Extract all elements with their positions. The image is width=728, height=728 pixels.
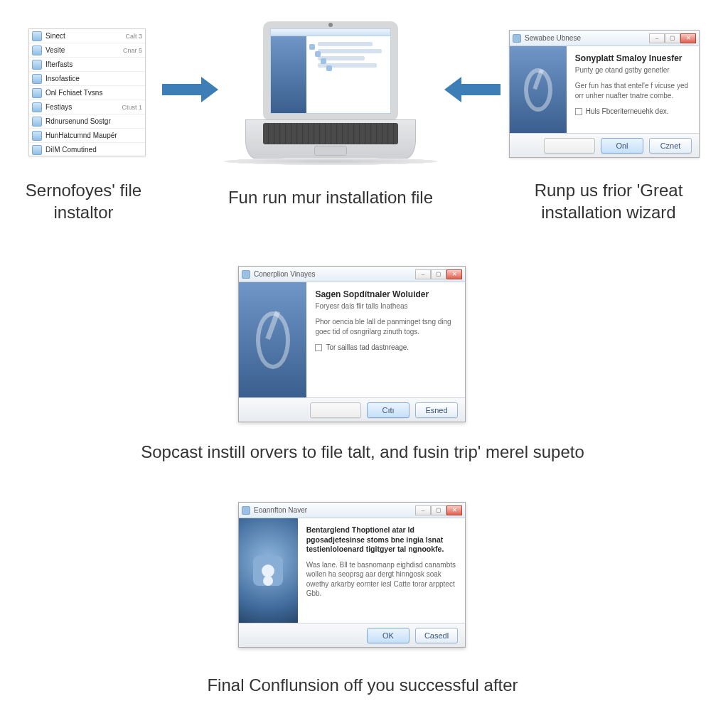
file-row[interactable]: FestiaysCtust 1 [29,100,145,114]
file-row[interactable]: Onl Fchiaet Tvsns [29,86,145,100]
wizard-sidebar [239,282,306,397]
file-list-panel: SinectCalt 3 VesiteCnar 5 Ifterfasts Ins… [28,28,146,156]
install-finish-window: Eoannfton Naver – ▢ ✕ Bentarglend Thopti… [238,502,466,648]
file-row[interactable]: VesiteCnar 5 [29,43,145,58]
window-title: Sewabee Ubnese [525,34,581,42]
wizard-subtitle: Foryesr dais flir talls Inatheas [315,302,456,310]
close-button[interactable]: ✕ [446,505,462,515]
file-name: Insofastice [46,75,139,82]
arrow-right-icon [162,77,219,102]
minimize-button[interactable]: – [415,269,431,279]
arrow-left-icon [444,77,500,102]
close-button[interactable]: ✕ [446,269,462,279]
wizard-sidebar [239,518,298,623]
wizard-sidebar [510,46,567,133]
file-icon [32,145,42,155]
install-wizard-window: Sewabee Ubnese – ▢ ✕ Sonyplatt Smaloy In… [509,30,700,158]
app-icon [242,506,250,515]
ok-button[interactable]: Cıtı [367,402,410,418]
file-row[interactable]: Rdnursenund Sostgr [29,114,145,129]
install-wizard-step-window: Conerplion Vinayes – ▢ ✕ Sagen Sopdítnal… [238,266,466,422]
file-name: Sinect [46,32,122,40]
wizard-title: Bentarglend Thoptionel atar ld pgosadjet… [306,525,456,555]
window-title: Conerplion Vinayes [254,270,316,278]
file-name: HunHatcumnd Maupér [46,132,139,139]
file-icon [32,117,42,127]
wizard-body: Ger fun has that entel'e f vicuse yed or… [575,81,690,100]
maximize-button[interactable]: ▢ [665,33,680,43]
cancel-button[interactable]: Cznet [649,138,692,154]
file-row[interactable]: Ifterfasts [29,58,145,72]
wizard-glyph-icon [256,311,290,369]
file-name: DiIM Comutined [46,146,139,154]
laptop-screen [270,28,391,114]
ok-button[interactable]: OK [367,628,410,643]
close-button[interactable]: ✕ [680,33,696,43]
panel-caption: Sernofoyes' file instaltor [0,179,167,223]
file-name: Vesite [46,46,120,54]
file-row[interactable]: Insofastice [29,72,145,86]
back-button[interactable] [310,402,361,418]
finish-caption: Final Conflunsion off you successful aft… [114,674,611,696]
file-icon [32,102,42,112]
file-icon [32,74,42,84]
file-meta: Cnar 5 [123,47,142,54]
wizard-content: Sagen Sopdítnaler Woluider Foryesr dais … [306,282,465,397]
checkbox-icon[interactable] [575,108,582,115]
minimize-button[interactable]: – [415,505,431,515]
wizard-body: Phor oencia ble lall de panminget tsng d… [315,317,456,336]
file-icon [32,88,42,98]
file-name: Onl Fchiaet Tvsns [46,89,139,97]
file-row[interactable]: DiIM Comutined [29,143,145,156]
file-meta: Calt 3 [125,33,142,40]
cancel-button[interactable]: Casedl [415,628,458,643]
wizard-caption: Runp us frior 'Great installation wizard [509,179,708,223]
file-name: Festiays [46,103,119,111]
maximize-button[interactable]: ▢ [431,269,446,279]
window-title: Eoannfton Naver [254,506,307,514]
file-meta: Ctust 1 [122,104,142,111]
file-icon [32,31,42,41]
checkbox-label: Tor saillas tad dastnreage. [326,343,409,351]
wizard-body: Was lane. Bll te basnomanp eighdisd cana… [306,560,456,599]
minimize-button[interactable]: – [649,33,665,43]
file-name: Rdnursenund Sostgr [46,117,139,125]
wizard-content: Sonyplatt Smaloy Inuesfer Punty ge otand… [567,46,699,133]
ok-button[interactable]: Onl [601,138,643,154]
wizard-title: Sagen Sopdítnaler Woluider [315,289,456,299]
laptop-illustration [224,21,437,178]
avatar-icon [253,556,283,586]
maximize-button[interactable]: ▢ [431,505,446,515]
wizard-subtitle: Punty ge otand gstby genetler [575,66,690,74]
file-row[interactable]: HunHatcumnd Maupér [29,129,145,143]
file-name: Ifterfasts [46,60,139,68]
checkbox-label: Huls Fbceriterneuehk dex. [586,107,669,115]
wizard-checkbox[interactable]: Tor saillas tad dastnreage. [315,343,456,351]
wizard-glyph-icon [524,68,552,112]
back-button[interactable] [544,138,595,154]
wizard-checkbox[interactable]: Huls Fbceriterneuehk dex. [575,107,690,115]
file-icon [32,131,42,141]
app-icon [513,34,521,43]
checkbox-icon[interactable] [315,344,322,351]
wizard-title: Sonyplatt Smaloy Inuesfer [575,53,690,63]
laptop-caption: Fun run mur installation file [178,186,483,208]
file-icon [32,46,42,55]
app-icon [242,270,250,279]
file-icon [32,60,42,70]
cancel-button[interactable]: Esned [415,402,458,418]
file-row[interactable]: SinectCalt 3 [29,29,145,43]
step-caption: Sopcast instill orvers to file talt, and… [92,441,633,463]
wizard-content: Bentarglend Thoptionel atar ld pgosadjet… [298,518,465,623]
